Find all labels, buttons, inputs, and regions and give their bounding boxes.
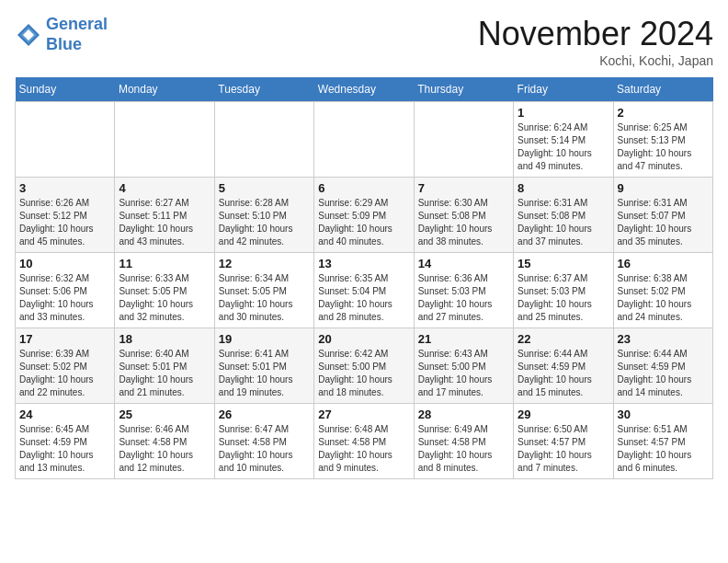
- week-row-2: 3Sunrise: 6:26 AM Sunset: 5:12 PM Daylig…: [16, 178, 713, 253]
- weekday-header-sunday: Sunday: [16, 77, 115, 102]
- day-info: Sunrise: 6:42 AM Sunset: 5:00 PM Dayligh…: [318, 348, 409, 399]
- calendar-cell: 19Sunrise: 6:41 AM Sunset: 5:01 PM Dayli…: [214, 328, 313, 404]
- calendar-cell: 28Sunrise: 6:49 AM Sunset: 4:58 PM Dayli…: [414, 404, 513, 479]
- day-number: 27: [318, 408, 409, 421]
- day-number: 10: [19, 257, 110, 270]
- calendar-cell: 18Sunrise: 6:40 AM Sunset: 5:01 PM Dayli…: [115, 328, 214, 404]
- calendar-cell: 21Sunrise: 6:43 AM Sunset: 5:00 PM Dayli…: [414, 328, 513, 404]
- day-number: 3: [19, 181, 110, 195]
- day-info: Sunrise: 6:44 AM Sunset: 4:59 PM Dayligh…: [618, 348, 709, 399]
- header: General Blue November 2024 Kochi, Kochi,…: [15, 15, 713, 68]
- calendar-cell: 10Sunrise: 6:32 AM Sunset: 5:06 PM Dayli…: [16, 253, 115, 328]
- day-number: 2: [618, 106, 709, 120]
- calendar-cell: 13Sunrise: 6:35 AM Sunset: 5:04 PM Dayli…: [314, 253, 414, 328]
- calendar-cell: 3Sunrise: 6:26 AM Sunset: 5:12 PM Daylig…: [16, 178, 115, 253]
- day-info: Sunrise: 6:29 AM Sunset: 5:09 PM Dayligh…: [318, 197, 409, 248]
- day-number: 24: [19, 408, 110, 421]
- day-info: Sunrise: 6:39 AM Sunset: 5:02 PM Dayligh…: [19, 348, 110, 399]
- day-number: 30: [618, 408, 709, 421]
- calendar-cell: 4Sunrise: 6:27 AM Sunset: 5:11 PM Daylig…: [115, 178, 214, 253]
- calendar-cell: [16, 102, 115, 178]
- day-number: 17: [19, 332, 110, 346]
- calendar-cell: 15Sunrise: 6:37 AM Sunset: 5:03 PM Dayli…: [514, 253, 613, 328]
- day-number: 19: [219, 332, 310, 346]
- title-section: November 2024 Kochi, Kochi, Japan: [478, 15, 713, 68]
- day-info: Sunrise: 6:45 AM Sunset: 4:59 PM Dayligh…: [19, 423, 110, 475]
- day-number: 21: [418, 332, 509, 346]
- calendar-cell: 5Sunrise: 6:28 AM Sunset: 5:10 PM Daylig…: [214, 178, 313, 253]
- calendar-cell: 6Sunrise: 6:29 AM Sunset: 5:09 PM Daylig…: [314, 178, 414, 253]
- day-info: Sunrise: 6:49 AM Sunset: 4:58 PM Dayligh…: [418, 423, 509, 475]
- weekday-header-tuesday: Tuesday: [214, 77, 313, 102]
- day-info: Sunrise: 6:27 AM Sunset: 5:11 PM Dayligh…: [119, 197, 210, 248]
- logo-icon: [15, 21, 42, 49]
- calendar-cell: 30Sunrise: 6:51 AM Sunset: 4:57 PM Dayli…: [613, 404, 712, 479]
- day-info: Sunrise: 6:37 AM Sunset: 5:03 PM Dayligh…: [518, 272, 609, 324]
- day-number: 13: [318, 257, 409, 270]
- calendar-cell: 22Sunrise: 6:44 AM Sunset: 4:59 PM Dayli…: [514, 328, 613, 404]
- calendar-cell: 24Sunrise: 6:45 AM Sunset: 4:59 PM Dayli…: [16, 404, 115, 479]
- calendar-table: SundayMondayTuesdayWednesdayThursdayFrid…: [15, 77, 713, 479]
- day-info: Sunrise: 6:51 AM Sunset: 4:57 PM Dayligh…: [618, 423, 709, 475]
- weekday-header-saturday: Saturday: [613, 77, 712, 102]
- day-info: Sunrise: 6:35 AM Sunset: 5:04 PM Dayligh…: [318, 272, 409, 324]
- calendar-cell: 14Sunrise: 6:36 AM Sunset: 5:03 PM Dayli…: [414, 253, 513, 328]
- week-row-5: 24Sunrise: 6:45 AM Sunset: 4:59 PM Dayli…: [16, 404, 713, 479]
- day-info: Sunrise: 6:34 AM Sunset: 5:05 PM Dayligh…: [219, 272, 310, 324]
- calendar-cell: 26Sunrise: 6:47 AM Sunset: 4:58 PM Dayli…: [214, 404, 313, 479]
- day-number: 16: [618, 257, 709, 270]
- day-info: Sunrise: 6:25 AM Sunset: 5:13 PM Dayligh…: [618, 121, 709, 173]
- week-row-3: 10Sunrise: 6:32 AM Sunset: 5:06 PM Dayli…: [16, 253, 713, 328]
- day-number: 23: [618, 332, 709, 346]
- day-number: 25: [119, 408, 210, 421]
- week-row-1: 1Sunrise: 6:24 AM Sunset: 5:14 PM Daylig…: [16, 102, 713, 178]
- calendar-cell: 27Sunrise: 6:48 AM Sunset: 4:58 PM Dayli…: [314, 404, 414, 479]
- calendar-cell: [214, 102, 313, 178]
- day-number: 12: [219, 257, 310, 270]
- day-number: 26: [219, 408, 310, 421]
- weekday-header-monday: Monday: [115, 77, 214, 102]
- day-number: 4: [119, 181, 210, 195]
- day-number: 9: [618, 181, 709, 195]
- day-number: 29: [518, 408, 609, 421]
- calendar-cell: 1Sunrise: 6:24 AM Sunset: 5:14 PM Daylig…: [514, 102, 613, 178]
- weekday-header-row: SundayMondayTuesdayWednesdayThursdayFrid…: [16, 77, 713, 102]
- week-row-4: 17Sunrise: 6:39 AM Sunset: 5:02 PM Dayli…: [16, 328, 713, 404]
- day-info: Sunrise: 6:47 AM Sunset: 4:58 PM Dayligh…: [219, 423, 310, 475]
- day-info: Sunrise: 6:38 AM Sunset: 5:02 PM Dayligh…: [618, 272, 709, 324]
- day-info: Sunrise: 6:40 AM Sunset: 5:01 PM Dayligh…: [119, 348, 210, 399]
- day-number: 6: [318, 181, 409, 195]
- day-number: 15: [518, 257, 609, 270]
- day-info: Sunrise: 6:33 AM Sunset: 5:05 PM Dayligh…: [119, 272, 210, 324]
- weekday-header-friday: Friday: [514, 77, 613, 102]
- calendar-cell: 23Sunrise: 6:44 AM Sunset: 4:59 PM Dayli…: [613, 328, 712, 404]
- calendar-cell: 7Sunrise: 6:30 AM Sunset: 5:08 PM Daylig…: [414, 178, 513, 253]
- day-number: 8: [518, 181, 609, 195]
- day-info: Sunrise: 6:26 AM Sunset: 5:12 PM Dayligh…: [19, 197, 110, 248]
- day-info: Sunrise: 6:50 AM Sunset: 4:57 PM Dayligh…: [518, 423, 609, 475]
- day-number: 5: [219, 181, 310, 195]
- weekday-header-wednesday: Wednesday: [314, 77, 414, 102]
- day-info: Sunrise: 6:28 AM Sunset: 5:10 PM Dayligh…: [219, 197, 310, 248]
- day-info: Sunrise: 6:31 AM Sunset: 5:07 PM Dayligh…: [618, 197, 709, 248]
- day-number: 14: [418, 257, 509, 270]
- day-info: Sunrise: 6:24 AM Sunset: 5:14 PM Dayligh…: [518, 121, 609, 173]
- day-info: Sunrise: 6:36 AM Sunset: 5:03 PM Dayligh…: [418, 272, 509, 324]
- calendar-cell: 12Sunrise: 6:34 AM Sunset: 5:05 PM Dayli…: [214, 253, 313, 328]
- day-info: Sunrise: 6:43 AM Sunset: 5:00 PM Dayligh…: [418, 348, 509, 399]
- day-number: 20: [318, 332, 409, 346]
- calendar-cell: 17Sunrise: 6:39 AM Sunset: 5:02 PM Dayli…: [16, 328, 115, 404]
- day-number: 28: [418, 408, 509, 421]
- day-info: Sunrise: 6:44 AM Sunset: 4:59 PM Dayligh…: [518, 348, 609, 399]
- calendar-cell: [314, 102, 414, 178]
- calendar-cell: 9Sunrise: 6:31 AM Sunset: 5:07 PM Daylig…: [613, 178, 712, 253]
- day-info: Sunrise: 6:46 AM Sunset: 4:58 PM Dayligh…: [119, 423, 210, 475]
- calendar-cell: 20Sunrise: 6:42 AM Sunset: 5:00 PM Dayli…: [314, 328, 414, 404]
- calendar-cell: 2Sunrise: 6:25 AM Sunset: 5:13 PM Daylig…: [613, 102, 712, 178]
- weekday-header-thursday: Thursday: [414, 77, 513, 102]
- logo: General Blue: [15, 15, 108, 54]
- day-number: 18: [119, 332, 210, 346]
- calendar-cell: [115, 102, 214, 178]
- day-number: 7: [418, 181, 509, 195]
- day-info: Sunrise: 6:32 AM Sunset: 5:06 PM Dayligh…: [19, 272, 110, 324]
